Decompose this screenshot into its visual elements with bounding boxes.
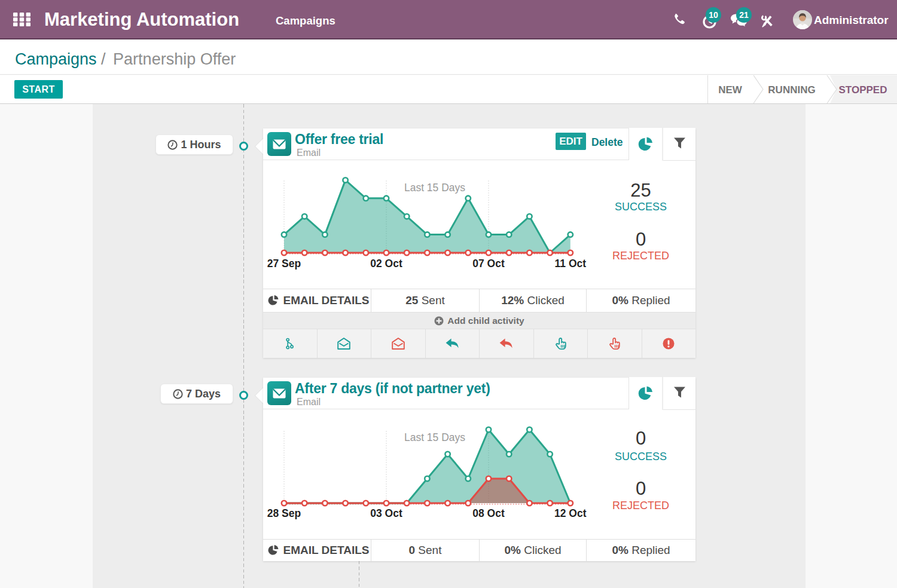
svg-text:11 Oct: 11 Oct (555, 258, 587, 270)
svg-text:02 Oct: 02 Oct (370, 258, 402, 270)
svg-text:28 Sep: 28 Sep (267, 507, 301, 519)
svg-text:08 Oct: 08 Oct (472, 507, 505, 519)
svg-text:Last 15 Days: Last 15 Days (404, 182, 465, 194)
svg-text:12 Oct: 12 Oct (554, 507, 587, 519)
svg-text:Last 15 Days: Last 15 Days (404, 431, 465, 443)
svg-text:RUNNING: RUNNING (768, 84, 815, 96)
svg-text:27 Sep: 27 Sep (267, 258, 301, 270)
svg-text:07 Oct: 07 Oct (472, 258, 505, 270)
svg-text:STOPPED: STOPPED (839, 84, 887, 96)
svg-text:NEW: NEW (718, 84, 743, 96)
svg-text:03 Oct: 03 Oct (370, 507, 402, 519)
